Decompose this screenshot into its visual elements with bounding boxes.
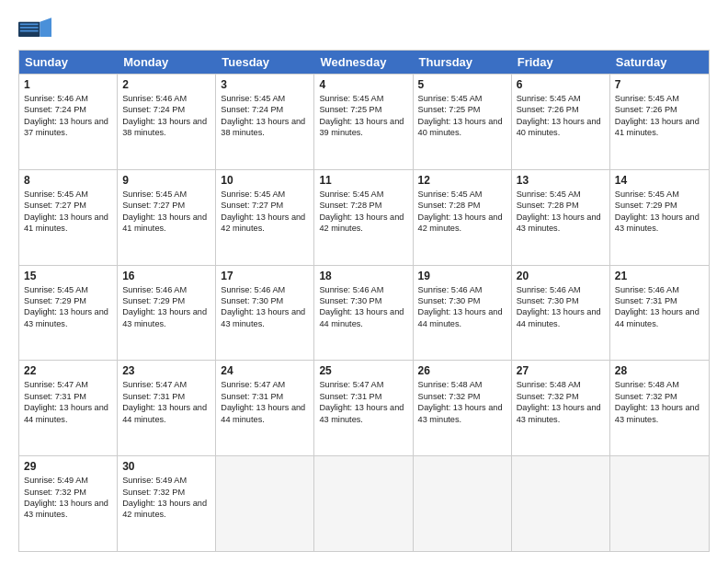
- sunset-text: Sunset: 7:31 PM: [24, 391, 112, 402]
- daylight-text: Daylight: 13 hours and 44 minutes.: [122, 402, 210, 425]
- sunset-text: Sunset: 7:24 PM: [24, 104, 112, 115]
- sunset-text: Sunset: 7:25 PM: [418, 104, 506, 115]
- day-cell-15: 15 Sunrise: 5:45 AM Sunset: 7:29 PM Dayl…: [19, 266, 118, 361]
- svg-rect-3: [20, 27, 39, 29]
- sunset-text: Sunset: 7:28 PM: [319, 200, 407, 211]
- sunrise-text: Sunrise: 5:45 AM: [221, 93, 309, 104]
- sunset-text: Sunset: 7:25 PM: [319, 104, 407, 115]
- day-cell-23: 23 Sunrise: 5:47 AM Sunset: 7:31 PM Dayl…: [118, 361, 216, 455]
- daylight-text: Daylight: 13 hours and 42 minutes.: [418, 212, 506, 235]
- day-cell-10: 10 Sunrise: 5:45 AM Sunset: 7:27 PM Dayl…: [216, 170, 314, 265]
- day-cell-5: 5 Sunrise: 5:45 AM Sunset: 7:25 PM Dayli…: [414, 75, 512, 169]
- daylight-text: Daylight: 13 hours and 42 minutes.: [319, 212, 407, 235]
- empty-cell: [610, 456, 709, 551]
- sunrise-text: Sunrise: 5:49 AM: [24, 475, 112, 486]
- daylight-text: Daylight: 13 hours and 44 minutes.: [418, 306, 506, 329]
- empty-cell: [314, 456, 413, 551]
- day-number: 5: [418, 78, 506, 91]
- sunrise-text: Sunrise: 5:45 AM: [24, 189, 112, 200]
- sunset-text: Sunset: 7:29 PM: [122, 295, 210, 306]
- day-cell-4: 4 Sunrise: 5:45 AM Sunset: 7:25 PM Dayli…: [314, 75, 413, 169]
- calendar: SundayMondayTuesdayWednesdayThursdayFrid…: [18, 50, 710, 552]
- sunrise-text: Sunrise: 5:48 AM: [517, 379, 605, 390]
- sunset-text: Sunset: 7:31 PM: [221, 391, 309, 402]
- day-header-thursday: Thursday: [414, 51, 512, 74]
- daylight-text: Daylight: 13 hours and 40 minutes.: [418, 116, 506, 139]
- day-number: 19: [418, 270, 506, 282]
- sunrise-text: Sunrise: 5:47 AM: [221, 379, 309, 390]
- day-number: 30: [122, 460, 210, 473]
- day-number: 24: [221, 364, 309, 377]
- calendar-row-4: 22 Sunrise: 5:47 AM Sunset: 7:31 PM Dayl…: [19, 360, 709, 455]
- daylight-text: Daylight: 13 hours and 44 minutes.: [517, 306, 605, 329]
- sunset-text: Sunset: 7:24 PM: [221, 104, 309, 115]
- daylight-text: Daylight: 13 hours and 43 minutes.: [517, 212, 605, 235]
- sunrise-text: Sunrise: 5:46 AM: [122, 284, 210, 295]
- day-number: 16: [122, 270, 210, 282]
- calendar-row-3: 15 Sunrise: 5:45 AM Sunset: 7:29 PM Dayl…: [19, 265, 709, 361]
- day-cell-22: 22 Sunrise: 5:47 AM Sunset: 7:31 PM Dayl…: [19, 361, 118, 455]
- sunset-text: Sunset: 7:31 PM: [319, 391, 407, 402]
- day-number: 13: [517, 174, 605, 187]
- sunset-text: Sunset: 7:30 PM: [418, 295, 506, 306]
- day-number: 7: [615, 78, 704, 91]
- sunset-text: Sunset: 7:28 PM: [517, 200, 605, 211]
- sunrise-text: Sunrise: 5:46 AM: [517, 284, 605, 295]
- day-number: 11: [319, 174, 407, 187]
- day-cell-11: 11 Sunrise: 5:45 AM Sunset: 7:28 PM Dayl…: [314, 170, 413, 265]
- daylight-text: Daylight: 13 hours and 41 minutes.: [615, 116, 704, 139]
- day-cell-8: 8 Sunrise: 5:45 AM Sunset: 7:27 PM Dayli…: [19, 170, 118, 265]
- day-cell-27: 27 Sunrise: 5:48 AM Sunset: 7:32 PM Dayl…: [512, 361, 610, 455]
- daylight-text: Daylight: 13 hours and 43 minutes.: [615, 212, 704, 235]
- sunrise-text: Sunrise: 5:45 AM: [122, 189, 210, 200]
- day-number: 22: [24, 364, 112, 377]
- day-cell-2: 2 Sunrise: 5:46 AM Sunset: 7:24 PM Dayli…: [118, 75, 216, 169]
- sunrise-text: Sunrise: 5:47 AM: [319, 379, 407, 390]
- sunrise-text: Sunrise: 5:46 AM: [122, 93, 210, 104]
- sunrise-text: Sunrise: 5:47 AM: [122, 379, 210, 390]
- daylight-text: Daylight: 13 hours and 42 minutes.: [122, 498, 210, 521]
- day-header-wednesday: Wednesday: [314, 51, 413, 74]
- header: [18, 15, 710, 40]
- day-number: 27: [517, 364, 605, 377]
- sunrise-text: Sunrise: 5:47 AM: [24, 379, 112, 390]
- day-cell-12: 12 Sunrise: 5:45 AM Sunset: 7:28 PM Dayl…: [414, 170, 512, 265]
- sunrise-text: Sunrise: 5:46 AM: [24, 93, 112, 104]
- sunrise-text: Sunrise: 5:45 AM: [24, 284, 112, 295]
- daylight-text: Daylight: 13 hours and 38 minutes.: [221, 116, 309, 139]
- sunrise-text: Sunrise: 5:45 AM: [418, 93, 506, 104]
- sunset-text: Sunset: 7:24 PM: [122, 104, 210, 115]
- day-number: 26: [418, 364, 506, 377]
- day-cell-13: 13 Sunrise: 5:45 AM Sunset: 7:28 PM Dayl…: [512, 170, 610, 265]
- day-cell-6: 6 Sunrise: 5:45 AM Sunset: 7:26 PM Dayli…: [512, 75, 610, 169]
- day-number: 3: [221, 78, 309, 91]
- day-cell-14: 14 Sunrise: 5:45 AM Sunset: 7:29 PM Dayl…: [610, 170, 709, 265]
- day-cell-19: 19 Sunrise: 5:46 AM Sunset: 7:30 PM Dayl…: [414, 266, 512, 361]
- day-number: 21: [615, 270, 704, 282]
- day-cell-1: 1 Sunrise: 5:46 AM Sunset: 7:24 PM Dayli…: [19, 75, 118, 169]
- sunrise-text: Sunrise: 5:46 AM: [221, 284, 309, 295]
- day-cell-17: 17 Sunrise: 5:46 AM Sunset: 7:30 PM Dayl…: [216, 266, 314, 361]
- calendar-row-5: 29 Sunrise: 5:49 AM Sunset: 7:32 PM Dayl…: [19, 455, 709, 551]
- daylight-text: Daylight: 13 hours and 43 minutes.: [418, 402, 506, 425]
- day-number: 15: [24, 270, 112, 282]
- daylight-text: Daylight: 13 hours and 44 minutes.: [24, 402, 112, 425]
- calendar-header: SundayMondayTuesdayWednesdayThursdayFrid…: [19, 51, 709, 74]
- day-cell-18: 18 Sunrise: 5:46 AM Sunset: 7:30 PM Dayl…: [314, 266, 413, 361]
- day-number: 2: [122, 78, 210, 91]
- sunset-text: Sunset: 7:29 PM: [24, 295, 112, 306]
- day-cell-21: 21 Sunrise: 5:46 AM Sunset: 7:31 PM Dayl…: [610, 266, 709, 361]
- day-number: 12: [418, 174, 506, 187]
- daylight-text: Daylight: 13 hours and 37 minutes.: [24, 116, 112, 139]
- sunset-text: Sunset: 7:26 PM: [615, 104, 704, 115]
- sunrise-text: Sunrise: 5:46 AM: [319, 284, 407, 295]
- sunrise-text: Sunrise: 5:48 AM: [418, 379, 506, 390]
- day-cell-3: 3 Sunrise: 5:45 AM Sunset: 7:24 PM Dayli…: [216, 75, 314, 169]
- day-header-monday: Monday: [118, 51, 216, 74]
- empty-cell: [512, 456, 610, 551]
- sunrise-text: Sunrise: 5:48 AM: [615, 379, 704, 390]
- logo-icon: [18, 15, 51, 40]
- day-header-friday: Friday: [512, 51, 610, 74]
- sunset-text: Sunset: 7:32 PM: [418, 391, 506, 402]
- sunrise-text: Sunrise: 5:45 AM: [517, 93, 605, 104]
